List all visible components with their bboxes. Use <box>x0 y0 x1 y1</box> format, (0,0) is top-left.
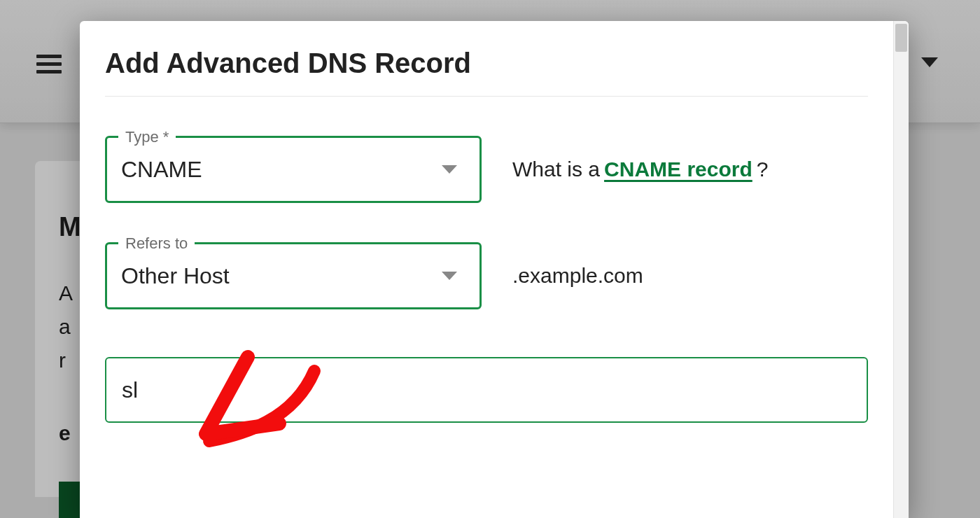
cname-record-help-link[interactable]: CNAME record <box>604 158 752 181</box>
type-select[interactable]: Type * CNAME <box>105 136 482 203</box>
type-help-text: What is a CNAME record ? <box>512 158 768 181</box>
scrollbar-thumb[interactable] <box>895 24 907 52</box>
domain-suffix-text: .example.com <box>512 264 643 288</box>
scrollbar-track[interactable] <box>893 21 909 518</box>
help-suffix: ? <box>757 158 769 181</box>
refers-to-select-label: Refers to <box>118 234 195 253</box>
chevron-down-icon <box>442 165 457 174</box>
modal-title: Add Advanced DNS Record <box>105 48 868 97</box>
help-prefix: What is a <box>512 158 600 181</box>
host-name-input[interactable] <box>105 357 868 423</box>
chevron-down-icon <box>442 272 457 280</box>
type-select-value: CNAME <box>121 157 202 183</box>
add-dns-record-modal: Add Advanced DNS Record Type * CNAME Wha… <box>80 21 909 518</box>
refers-to-select[interactable]: Refers to Other Host <box>105 242 482 309</box>
type-select-label: Type * <box>118 128 176 146</box>
refers-to-select-value: Other Host <box>121 263 230 289</box>
